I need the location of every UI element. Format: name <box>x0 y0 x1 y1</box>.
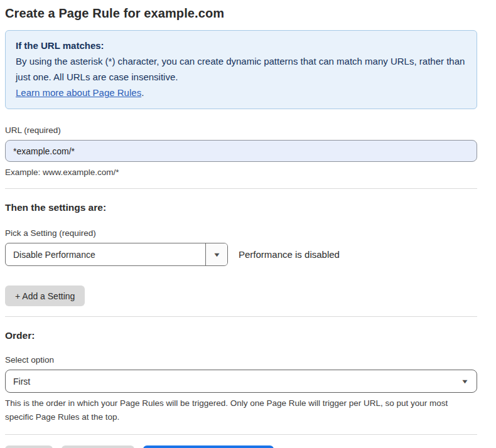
divider <box>5 188 477 189</box>
cancel-button[interactable]: Cancel <box>5 445 53 448</box>
order-section-heading: Order: <box>5 330 477 341</box>
info-box-link-line: Learn more about Page Rules. <box>16 85 466 100</box>
settings-section-heading: Then the settings are: <box>5 202 477 213</box>
divider <box>5 434 477 435</box>
page-title: Create a Page Rule for example.com <box>5 6 477 21</box>
order-description: This is the order in which your Page Rul… <box>5 397 473 424</box>
order-select-value: First <box>13 376 462 387</box>
save-and-deploy-button[interactable]: Save and Deploy Page Rule <box>143 445 274 448</box>
setting-row: Disable Performance ▼ Performance is dis… <box>5 243 477 266</box>
pick-setting-label: Pick a Setting (required) <box>5 228 477 238</box>
info-box-body: By using the asterisk (*) character, you… <box>16 53 466 85</box>
info-box-heading: If the URL matches: <box>16 38 466 53</box>
url-input[interactable] <box>5 140 477 162</box>
save-as-draft-button[interactable]: Save as Draft <box>62 445 135 448</box>
divider <box>5 316 477 317</box>
chevron-down-icon: ▼ <box>461 378 469 385</box>
setting-select[interactable]: Disable Performance ▼ <box>5 243 228 266</box>
link-period: . <box>141 87 144 98</box>
url-match-info-box: If the URL matches: By using the asteris… <box>5 30 477 109</box>
url-example-text: Example: www.example.com/* <box>5 168 477 177</box>
setting-status-text: Performance is disabled <box>239 249 340 260</box>
footer-actions: Cancel Save as Draft Save and Deploy Pag… <box>5 445 477 448</box>
url-field-label: URL (required) <box>5 125 477 135</box>
order-select-label: Select option <box>5 355 477 365</box>
order-select[interactable]: First ▼ <box>5 370 477 393</box>
learn-more-link[interactable]: Learn more about Page Rules <box>16 87 141 98</box>
chevron-down-icon: ▼ <box>212 252 220 258</box>
setting-select-value: Disable Performance <box>6 243 205 265</box>
create-page-rule-panel: Create a Page Rule for example.com If th… <box>0 0 496 448</box>
setting-select-arrow-button[interactable]: ▼ <box>205 243 227 265</box>
add-setting-button[interactable]: + Add a Setting <box>5 285 85 306</box>
